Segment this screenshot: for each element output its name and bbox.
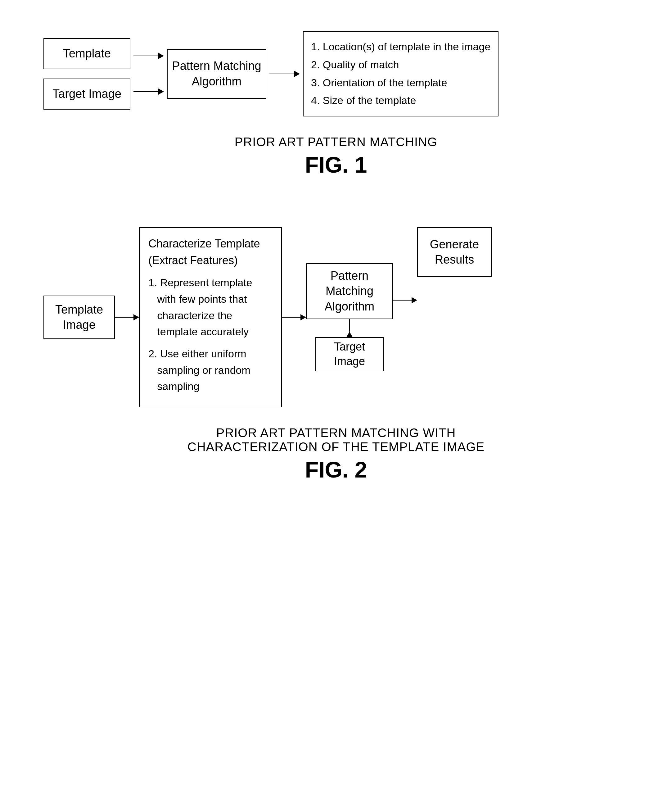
- fig1-diagram: Template Target Image Pattern Matching A…: [43, 31, 647, 116]
- fig2-target-label: Target Image: [334, 340, 365, 369]
- fig2-characterize-title: Characterize Template(Extract Features): [149, 235, 260, 269]
- fig2-target-box: Target Image: [315, 337, 384, 371]
- fig2-number: FIG. 2: [25, 457, 647, 482]
- fig1-algo-label: Pattern Matching Algorithm: [172, 58, 261, 89]
- fig2-vertical-arrow: [347, 319, 353, 337]
- fig1-middle-arrow: [269, 71, 300, 77]
- fig2-algo-box: Pattern Matching Algorithm: [306, 263, 393, 319]
- fig1-caption: PRIOR ART PATTERN MATCHING: [25, 135, 647, 149]
- fig2-char-item-2: 2. Use either uniform sampling or random…: [149, 345, 253, 395]
- target-image-box: Target Image: [43, 79, 130, 110]
- fig2-caption: PRIOR ART PATTERN MATCHING WITH CHARACTE…: [25, 426, 647, 454]
- fig2-middle-group: Pattern Matching Algorithm Target Image: [306, 263, 393, 371]
- fig2-generate-box: Generate Results: [417, 227, 492, 277]
- fig2-arrow-to-algo: [282, 314, 306, 320]
- fig2-arrow-to-characterize: [115, 314, 139, 320]
- arrow-template: [134, 53, 164, 59]
- fig2-algo-label: Pattern Matching Algorithm: [325, 268, 375, 314]
- fig2-caption-section: PRIOR ART PATTERN MATCHING WITH CHARACTE…: [25, 426, 647, 482]
- template-box: Template: [43, 38, 130, 69]
- arrow-target: [134, 89, 164, 95]
- fig1-output-item-1: 1. Location(s) of template in the image: [311, 38, 490, 56]
- fig2-section: Template Image Characterize Template(Ext…: [25, 227, 647, 482]
- fig1-inputs: Template Target Image: [43, 38, 130, 110]
- fig1-input-arrows: [134, 38, 164, 110]
- fig1-caption-section: PRIOR ART PATTERN MATCHING FIG. 1: [25, 135, 647, 178]
- template-label: Template: [63, 47, 111, 60]
- fig2-template-label: Template Image: [55, 302, 103, 333]
- fig1-output-item-2: 2. Quality of match: [311, 56, 490, 74]
- fig1-output-box: 1. Location(s) of template in the image …: [303, 31, 499, 116]
- fig1-number: FIG. 1: [25, 152, 647, 178]
- fig2-generate-label: Generate Results: [430, 237, 479, 268]
- fig2-char-item-1: 1. Represent template with few points th…: [149, 274, 253, 340]
- fig2-template-box: Template Image: [43, 296, 115, 339]
- fig2-diagram: Template Image Characterize Template(Ext…: [43, 227, 647, 407]
- fig2-characterize-box: Characterize Template(Extract Features) …: [139, 227, 282, 407]
- fig2-arrow-to-generate: [393, 297, 417, 303]
- fig1-output-item-3: 3. Orientation of the template: [311, 74, 490, 92]
- target-label: Target Image: [53, 87, 121, 101]
- fig2-characterize-list: 1. Represent template with few points th…: [149, 274, 253, 395]
- fig1-output-item-4: 4. Size of the template: [311, 92, 490, 110]
- fig1-algo-box: Pattern Matching Algorithm: [167, 49, 266, 99]
- fig1-section: Template Target Image Pattern Matching A…: [25, 31, 647, 178]
